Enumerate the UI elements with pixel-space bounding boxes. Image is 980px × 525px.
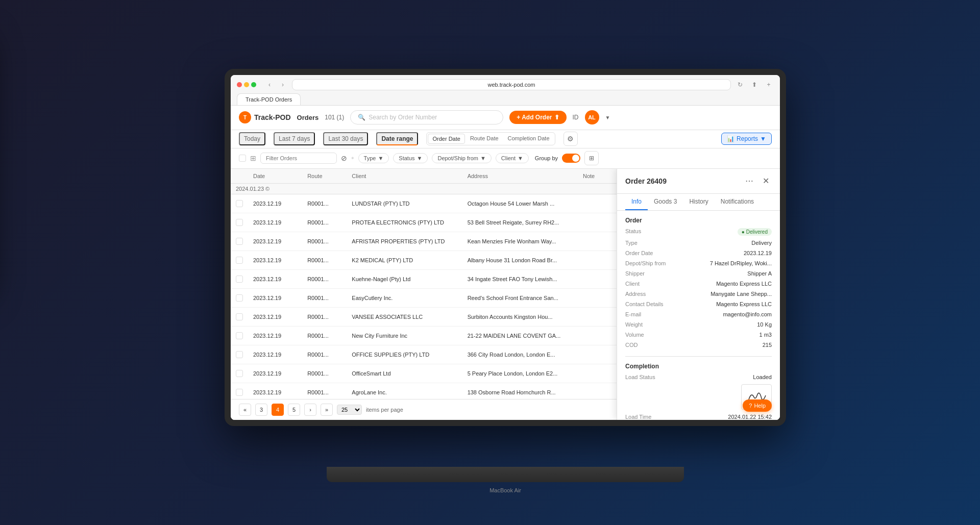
orders-count: 101 (1) [325,114,344,121]
reports-button[interactable]: 📊 Reports ▼ [721,133,772,145]
row-date: 2023.12.19 [248,269,302,288]
help-button[interactable]: ? Help [743,399,772,412]
prev-pages-btn[interactable]: « [239,404,251,416]
row-checkbox[interactable] [231,288,248,307]
page-5-btn[interactable]: 5 [288,404,300,416]
row-route: R0001... [302,326,347,345]
search-icon: 🔍 [358,114,365,121]
help-icon: ? [749,403,752,409]
filter-orders-input[interactable] [260,153,337,164]
order-date-tab[interactable]: Order Date [428,134,464,144]
search-bar[interactable]: 🔍 Search by Order Number [350,110,503,124]
tab-goods[interactable]: Goods 3 [648,194,683,210]
depot-filter-chip[interactable]: Depot/Ship from ▼ [432,153,491,163]
share-btn[interactable]: ⬆ [749,80,760,90]
route-date-tab[interactable]: Route Date [466,134,503,144]
tab-history[interactable]: History [683,194,714,210]
completion-date-tab[interactable]: Completion Date [504,134,554,144]
orders-title: Orders [297,114,319,121]
row-checkbox[interactable] [231,194,248,213]
row-address: Surbiton Accounts Kingston Hou... [462,307,578,326]
status-filter-chip[interactable]: Status ▼ [393,153,428,163]
reports-icon: 📊 [727,135,734,142]
close-panel-btn[interactable]: ✕ [760,175,772,187]
row-route: R0001... [302,232,347,251]
type-chip-icon: ▼ [378,155,383,161]
contact-value: Magento Express LLC [716,301,772,307]
fullscreen-window-btn[interactable] [251,82,256,87]
last7-filter-btn[interactable]: Last 7 days [274,132,315,145]
address-bar[interactable]: web.track-pod.com [292,79,731,90]
reload-btn[interactable]: ↻ [735,80,745,90]
order-date-row: Order Date 2023.12.19 [625,250,772,256]
type-label: Type [625,240,671,246]
row-address: Kean Menzies Firle Wonham Way... [462,232,578,251]
row-address: Reed's School Front Entrance San... [462,288,578,307]
grid-view-btn[interactable]: ⊞ [584,151,599,165]
shipper-value: Shipper A [747,270,772,277]
row-address: 366 City Road London, London E... [462,345,578,364]
macbook-container: ‹ › web.track-pod.com ↻ ⬆ + Track-POD Or… [225,69,786,467]
date-range-filter-btn[interactable]: Date range [376,132,418,145]
macbook-frame: ‹ › web.track-pod.com ↻ ⬆ + Track-POD Or… [225,69,786,426]
minimize-window-btn[interactable] [244,82,249,87]
more-options-btn[interactable]: ⋯ [743,175,755,187]
tab-notifications[interactable]: Notifications [715,194,760,210]
type-chip-label: Type [364,155,376,161]
row-route: R0001... [302,213,347,232]
row-date: 2023.12.19 [248,213,302,232]
row-address: 34 Ingate Street FAO Tony Lewish... [462,269,578,288]
row-checkbox[interactable] [231,364,248,383]
client-chip-label: Client [501,155,516,161]
row-checkbox[interactable] [231,383,248,399]
row-checkbox[interactable] [231,232,248,251]
close-window-btn[interactable] [237,82,242,87]
load-time-row: Load Time 2024.01.22 15:42 [625,414,772,420]
row-client: AFRISTAR PROPERTIES (PTY) LTD [347,232,462,251]
page-4-btn[interactable]: 4 [272,404,284,416]
row-date: 2023.12.19 [248,307,302,326]
group-by-label: Group by [535,155,558,161]
row-checkbox[interactable] [231,307,248,326]
shipper-label: Shipper [625,270,671,277]
type-filter-chip[interactable]: Type ▼ [358,153,389,163]
order-detail-panel: Order 26409 ⋯ ✕ Info Goods 3 History Not… [617,169,780,420]
load-time-value: 2024.01.22 15:42 [728,414,772,420]
today-filter-btn[interactable]: Today [239,132,265,145]
next-pages-btn[interactable]: › [304,404,316,416]
row-checkbox[interactable] [231,213,248,232]
row-checkbox[interactable] [231,269,248,288]
client-filter-chip[interactable]: Client ▼ [496,153,529,163]
row-date: 2023.12.19 [248,194,302,213]
row-date: 2023.12.19 [248,232,302,251]
row-client: EasyCutlery Inc. [347,288,462,307]
forward-btn[interactable]: › [278,80,288,90]
group-by-toggle[interactable] [562,154,580,163]
row-route: R0001... [302,269,347,288]
cod-value: 215 [763,342,772,348]
row-checkbox[interactable] [231,345,248,364]
last-page-btn[interactable]: » [321,404,333,416]
last30-filter-btn[interactable]: Last 30 days [323,132,368,145]
url-text: web.track-pod.com [488,82,535,88]
back-btn[interactable]: ‹ [264,80,275,90]
order-info-section: Order Status ● Delivered Type [625,217,772,348]
settings-btn[interactable]: ⚙ [564,132,578,146]
reports-dropdown-icon: ▼ [760,135,766,142]
page-3-btn[interactable]: 3 [255,404,267,416]
filter-icon[interactable]: ⊘ [341,154,347,162]
volume-value: 1 m3 [760,332,772,338]
new-tab-btn[interactable]: + [764,80,774,90]
email-row: E-mail magento@info.com [625,311,772,317]
row-route: R0001... [302,345,347,364]
row-checkbox[interactable] [231,251,248,269]
tab-info[interactable]: Info [625,194,648,210]
row-checkbox[interactable] [231,326,248,345]
browser-tab[interactable]: Track-POD Orders [237,93,301,105]
add-order-button[interactable]: + Add Order ⬆ [509,111,566,124]
select-all-checkbox[interactable] [239,155,246,162]
items-per-page-select[interactable]: 25 50 100 [337,405,362,415]
items-per-page-label: items per page [366,407,403,413]
dropdown-icon[interactable]: ▼ [605,115,610,120]
contact-row: Contact Details Magento Express LLC [625,301,772,307]
